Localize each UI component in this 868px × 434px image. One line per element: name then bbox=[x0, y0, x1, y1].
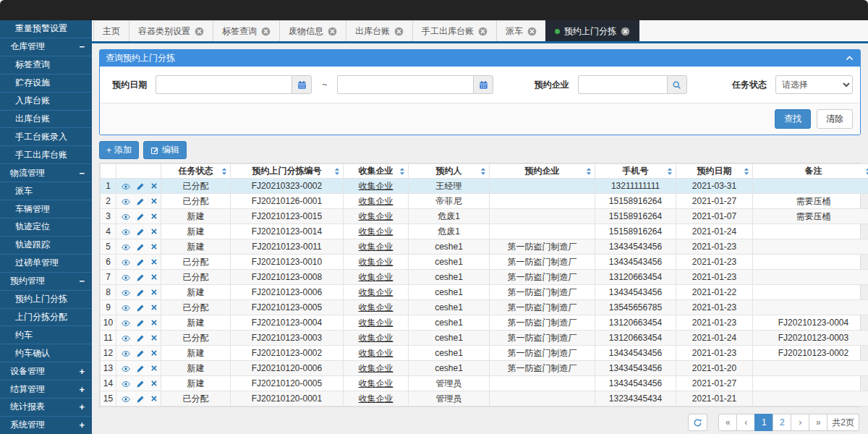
page-button[interactable]: 2 bbox=[773, 414, 791, 431]
cell-collector[interactable]: 收集企业 bbox=[344, 391, 409, 407]
delete-icon[interactable] bbox=[150, 349, 159, 358]
table-row[interactable]: 3新建FJ20210123-0015收集企业危废1151589162642021… bbox=[101, 209, 868, 224]
cell-collector[interactable]: 收集企业 bbox=[344, 255, 409, 270]
edit-row-icon[interactable] bbox=[136, 228, 145, 237]
view-icon[interactable] bbox=[122, 380, 130, 388]
table-row[interactable]: 8新建FJ20210123-0006收集企业ceshe1第一防盗门制造厂1343… bbox=[101, 285, 868, 300]
view-icon[interactable] bbox=[122, 349, 130, 358]
table-row[interactable]: 9已分配FJ20210123-0005收集企业ceshe1第一防盗门制造厂135… bbox=[101, 300, 868, 315]
sidebar-item[interactable]: 车辆管理 bbox=[0, 200, 92, 218]
edit-row-icon[interactable] bbox=[136, 319, 145, 328]
table-row[interactable]: 15已分配FJ20210120-0001收集企业管理员1323434543420… bbox=[101, 391, 868, 407]
column-header[interactable]: 预约上门分拣编号 bbox=[231, 164, 344, 179]
chevron-up-icon[interactable] bbox=[845, 54, 854, 63]
last-page-button[interactable]: » bbox=[809, 414, 827, 431]
sort-icon[interactable] bbox=[334, 167, 340, 175]
sidebar-item[interactable]: 上门分拣分配 bbox=[0, 308, 92, 326]
delete-icon[interactable] bbox=[150, 273, 159, 282]
table-row[interactable]: 4新建FJ20210123-0014收集企业危废1151589162642021… bbox=[101, 224, 868, 239]
edit-button[interactable]: 编辑 bbox=[143, 141, 187, 159]
sidebar-item[interactable]: 设备管理+ bbox=[0, 362, 92, 380]
view-icon[interactable] bbox=[122, 365, 130, 373]
close-icon[interactable] bbox=[478, 27, 488, 36]
column-header[interactable]: 任务状态 bbox=[161, 164, 231, 179]
refresh-button[interactable] bbox=[688, 414, 707, 431]
column-header[interactable]: 收集企业 bbox=[344, 164, 409, 179]
sidebar-item[interactable]: 出库台账 bbox=[0, 110, 92, 128]
table-row[interactable]: 7已分配FJ20210123-0008收集企业ceshe1第一防盗门制造厂131… bbox=[101, 270, 868, 285]
table-row[interactable]: 1已分配FJ20210323-0002收集企业王经理13211111111202… bbox=[101, 179, 868, 194]
cell-collector[interactable]: 收集企业 bbox=[344, 209, 409, 224]
sidebar-item[interactable]: 预约管理− bbox=[0, 272, 92, 290]
sidebar-item[interactable]: 约车 bbox=[0, 326, 92, 344]
view-icon[interactable] bbox=[122, 197, 130, 206]
close-icon[interactable] bbox=[621, 27, 630, 36]
date-to-input[interactable] bbox=[337, 75, 473, 94]
view-icon[interactable] bbox=[122, 334, 130, 343]
view-icon[interactable] bbox=[122, 243, 130, 252]
cell-collector[interactable]: 收集企业 bbox=[344, 346, 409, 361]
collapse-icon[interactable]: − bbox=[79, 168, 85, 179]
tab[interactable]: 主页 bbox=[93, 20, 129, 41]
tab[interactable]: 容器类别设置 bbox=[129, 20, 213, 41]
edit-row-icon[interactable] bbox=[136, 365, 145, 373]
delete-icon[interactable] bbox=[150, 304, 159, 312]
view-icon[interactable] bbox=[122, 304, 130, 312]
cell-collector[interactable]: 收集企业 bbox=[344, 361, 409, 376]
collapse-icon[interactable]: − bbox=[79, 41, 85, 52]
edit-row-icon[interactable] bbox=[136, 182, 145, 191]
expand-icon[interactable]: + bbox=[79, 366, 85, 377]
cell-collector[interactable]: 收集企业 bbox=[344, 285, 409, 300]
edit-row-icon[interactable] bbox=[136, 380, 145, 388]
table-row[interactable]: 2已分配FJ20210126-0001收集企业帝菲尼15158916264202… bbox=[101, 194, 868, 209]
edit-row-icon[interactable] bbox=[136, 273, 145, 282]
collapse-icon[interactable]: − bbox=[79, 276, 85, 286]
sidebar-item[interactable]: 仓库管理− bbox=[0, 38, 92, 56]
delete-icon[interactable] bbox=[150, 182, 159, 191]
cell-collector[interactable]: 收集企业 bbox=[344, 376, 409, 391]
delete-icon[interactable] bbox=[150, 258, 159, 267]
search-icon[interactable] bbox=[667, 75, 687, 94]
date-from-input[interactable] bbox=[156, 75, 292, 94]
sort-icon[interactable] bbox=[667, 167, 673, 175]
sidebar-item[interactable]: 约车确认 bbox=[0, 344, 92, 362]
cell-collector[interactable]: 收集企业 bbox=[344, 224, 409, 239]
cell-collector[interactable]: 收集企业 bbox=[344, 300, 409, 315]
search-panel-header[interactable]: 查询预约上门分拣 bbox=[100, 50, 860, 67]
close-icon[interactable] bbox=[527, 27, 537, 36]
company-input[interactable] bbox=[578, 75, 667, 94]
add-button[interactable]: + 添加 bbox=[99, 141, 139, 159]
sidebar-item[interactable]: 过磅单管理 bbox=[0, 254, 92, 272]
edit-row-icon[interactable] bbox=[136, 334, 145, 343]
next-page-button[interactable]: › bbox=[791, 414, 809, 431]
sidebar-item[interactable]: 入库台账 bbox=[0, 92, 92, 110]
search-button[interactable]: 查找 bbox=[775, 109, 811, 129]
edit-row-icon[interactable] bbox=[136, 197, 145, 206]
cell-collector[interactable]: 收集企业 bbox=[344, 179, 409, 194]
edit-row-icon[interactable] bbox=[136, 395, 145, 404]
calendar-icon[interactable] bbox=[473, 75, 493, 94]
table-row[interactable]: 6已分配FJ20210123-0010收集企业ceshe1第一防盗门制造厂134… bbox=[101, 255, 868, 270]
sort-icon[interactable] bbox=[744, 167, 749, 175]
view-icon[interactable] bbox=[122, 213, 130, 221]
sidebar-item[interactable]: 手工出库台账 bbox=[0, 145, 92, 163]
delete-icon[interactable] bbox=[150, 213, 159, 221]
sort-icon[interactable] bbox=[865, 167, 868, 175]
column-header[interactable]: 手机号 bbox=[595, 164, 676, 179]
sidebar-item[interactable]: 标签查询 bbox=[0, 56, 92, 74]
edit-row-icon[interactable] bbox=[136, 243, 145, 252]
sidebar-item[interactable]: 预约上门分拣 bbox=[0, 290, 92, 308]
tab[interactable]: 手工出库台账 bbox=[412, 20, 497, 41]
edit-row-icon[interactable] bbox=[136, 289, 145, 297]
tab[interactable]: 废物信息 bbox=[279, 20, 346, 41]
table-row[interactable]: 12新建FJ20210123-0002收集企业ceshe1第一防盗门制造厂134… bbox=[101, 346, 868, 361]
tab-active[interactable]: 预约上门分拣 bbox=[545, 20, 639, 41]
expand-icon[interactable]: + bbox=[79, 384, 85, 395]
view-icon[interactable] bbox=[122, 228, 130, 237]
sidebar-item[interactable]: 系统管理+ bbox=[0, 416, 92, 434]
tab[interactable]: 标签查询 bbox=[213, 20, 280, 41]
sidebar-item[interactable]: 轨迹跟踪 bbox=[0, 236, 92, 254]
sidebar-item[interactable]: 重量预警设置 bbox=[0, 20, 92, 38]
column-header[interactable]: 预约企业 bbox=[490, 164, 595, 179]
edit-row-icon[interactable] bbox=[136, 349, 145, 358]
